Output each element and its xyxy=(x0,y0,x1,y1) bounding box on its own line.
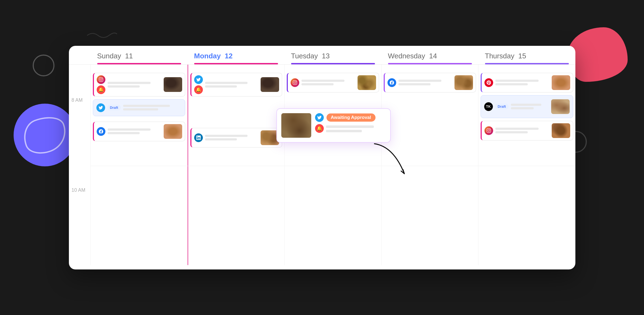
event-card-thursday-2[interactable] xyxy=(481,121,573,140)
day-num-sunday: 11 xyxy=(125,52,133,60)
draft-badge-thursday: Draft xyxy=(495,104,509,109)
event-card-monday-1[interactable]: 🔔 xyxy=(190,73,282,97)
event-thumb-sunday-1 xyxy=(164,77,182,92)
day-bar-sunday xyxy=(97,63,181,64)
calendar-header: Sunday 11 Monday 12 Tuesday 13 Wednesday… xyxy=(69,46,575,65)
popup-thumb xyxy=(281,113,311,138)
day-column-thursday: TK Draft xyxy=(478,65,575,265)
ig2-line-1 xyxy=(495,128,539,130)
th1-line-2 xyxy=(495,83,528,85)
popup-awaiting-approval[interactable]: Awaiting Approval 🔔 xyxy=(276,108,391,143)
time-label-8am: 8 AM xyxy=(72,97,83,103)
event-text-thursday-1 xyxy=(495,80,550,85)
ig2-line-2 xyxy=(495,131,528,133)
circle-outline-decoration xyxy=(33,55,54,76)
day-num-monday: 12 xyxy=(225,52,233,60)
day-header-thursday: Thursday 15 xyxy=(478,46,575,64)
event-line-1 xyxy=(108,82,151,84)
blob-red-decoration xyxy=(568,27,628,82)
awaiting-badge: Awaiting Approval xyxy=(326,113,376,122)
day-column-tuesday: Awaiting Approval 🔔 xyxy=(285,65,381,265)
event-card-sunday-1[interactable]: 🔔 xyxy=(93,73,185,97)
time-divider xyxy=(91,166,575,166)
draft-badge-sunday: Draft xyxy=(107,105,121,110)
day-header-monday: Monday 12 xyxy=(188,46,285,64)
event-text-monday-2 xyxy=(205,135,258,140)
event-thumb-sunday-2 xyxy=(164,124,182,139)
day-name-monday: Monday xyxy=(194,52,221,60)
m1-line-1 xyxy=(205,82,248,84)
twitter-icon-sunday xyxy=(96,103,105,112)
day-name-sunday: Sunday xyxy=(97,52,121,60)
icon-stack-monday-1: 🔔 xyxy=(194,75,203,94)
m1-line-2 xyxy=(205,85,237,88)
fb-line-1 xyxy=(108,128,151,131)
day-bar-tuesday xyxy=(291,63,375,64)
event-thumb-draft-thursday xyxy=(551,99,570,114)
linkedin-icon-monday xyxy=(194,133,203,142)
notification-icon-monday-1: 🔔 xyxy=(194,85,203,94)
event-thumb-thursday-2 xyxy=(552,123,570,138)
day-column-wednesday xyxy=(381,65,478,265)
notification-icon-sunday-1: 🔔 xyxy=(97,85,105,94)
day-header-wednesday: Wednesday 14 xyxy=(381,46,478,64)
tu1-line-1 xyxy=(301,80,344,82)
popup-line-2 xyxy=(326,130,362,132)
event-card-draft-sunday[interactable]: Draft xyxy=(93,99,185,116)
tk-line-1 xyxy=(511,104,541,106)
event-draft-line-1 xyxy=(123,105,170,107)
popup-line-1 xyxy=(326,125,374,128)
twitter-icon-popup xyxy=(315,113,324,122)
tu1-line-2 xyxy=(301,83,334,85)
event-draft-line-2 xyxy=(123,108,158,110)
day-name-wednesday: Wednesday xyxy=(388,52,425,60)
day-column-monday: 🔔 xyxy=(188,65,285,265)
w1-line-2 xyxy=(398,83,431,85)
pinterest-icon-thursday xyxy=(484,78,493,87)
li-line-2 xyxy=(205,138,237,140)
popup-top-row: Awaiting Approval xyxy=(315,113,386,122)
popup-notification-row: 🔔 xyxy=(315,124,386,133)
day-column-sunday: 🔔 Draft xyxy=(91,65,188,265)
day-bar-wednesday xyxy=(388,63,472,64)
facebook-icon-sunday xyxy=(97,127,105,136)
th1-line-1 xyxy=(495,80,539,82)
event-text-monday-1 xyxy=(205,82,258,88)
event-thumb-tuesday-1 xyxy=(358,75,376,90)
event-thumb-monday-1 xyxy=(261,77,279,92)
event-text-draft-sunday xyxy=(123,105,182,110)
facebook-icon-wednesday xyxy=(387,78,396,87)
calendar-card: Sunday 11 Monday 12 Tuesday 13 Wednesday… xyxy=(69,46,575,269)
time-label-10am: 10 AM xyxy=(72,187,86,193)
event-text-tuesday-1 xyxy=(301,80,355,85)
event-text-thursday-2 xyxy=(495,128,550,133)
monday-spacer xyxy=(190,99,282,125)
event-text-wednesday-1 xyxy=(398,80,452,85)
day-header-sunday: Sunday 11 xyxy=(91,46,188,64)
instagram-icon xyxy=(97,75,105,84)
event-text-draft-thursday xyxy=(511,104,549,109)
event-card-tuesday-1[interactable] xyxy=(287,73,379,92)
event-text-sunday-2 xyxy=(108,128,161,134)
event-card-draft-thursday[interactable]: TK Draft xyxy=(481,95,573,118)
scene: Sunday 11 Monday 12 Tuesday 13 Wednesday… xyxy=(0,0,644,315)
day-num-wednesday: 14 xyxy=(429,52,437,60)
event-card-wednesday-1[interactable] xyxy=(384,73,476,92)
event-card-monday-2[interactable] xyxy=(190,128,282,148)
instagram-icon-tuesday xyxy=(291,78,299,87)
notification-icon-popup: 🔔 xyxy=(315,124,324,133)
twitter-icon-monday-1 xyxy=(194,75,203,84)
day-num-thursday: 15 xyxy=(518,52,526,60)
event-line-2 xyxy=(108,85,140,88)
li-line-1 xyxy=(205,135,248,137)
icon-stack-sunday-1: 🔔 xyxy=(97,75,105,94)
instagram-icon-thursday-2 xyxy=(484,126,493,135)
popup-lines xyxy=(326,125,386,132)
day-num-tuesday: 13 xyxy=(322,52,330,60)
blob-blue-inner xyxy=(19,111,72,159)
time-gutter: 8 AM 10 AM xyxy=(69,65,91,265)
event-card-thursday-1[interactable] xyxy=(481,73,573,92)
event-card-sunday-2[interactable] xyxy=(93,122,185,141)
tk-line-2 xyxy=(511,107,534,109)
time-gutter-header xyxy=(69,46,91,64)
